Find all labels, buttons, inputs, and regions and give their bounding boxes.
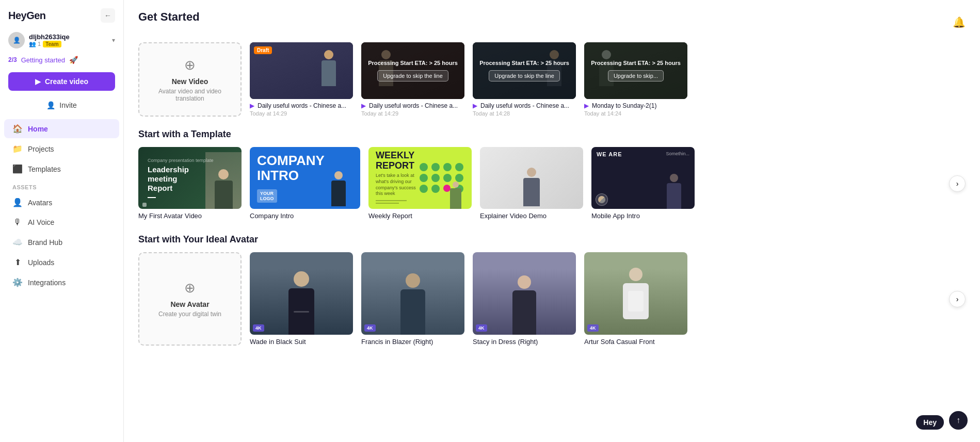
video-meta-1: ▶ Daily useful words - Chinese a... Toda… (250, 102, 353, 117)
recent-videos-section: ⊕ New Video Avatar video and video trans… (138, 42, 966, 117)
sidebar-item-uploads[interactable]: ⬆ Uploads (4, 253, 119, 272)
new-video-sub: Avatar video and video translation (150, 88, 230, 102)
sidebar-item-home-label: Home (28, 125, 48, 133)
upgrade-button-3[interactable]: Upgrade to skip... (608, 70, 664, 81)
template-thumb-leadership: Company presentation template Leadership… (138, 147, 242, 209)
video-card-2[interactable]: Processing Start ETA: > 25 hours Upgrade… (361, 42, 464, 117)
recent-videos-row: ⊕ New Video Avatar video and video trans… (138, 42, 966, 117)
sidebar-item-brand-hub-label: Brand Hub (28, 238, 62, 247)
assets-section-label: Assets (0, 179, 123, 192)
avatars-icon: 👤 (12, 198, 23, 207)
video-thumb-4: Processing Start ETA: > 25 hours Upgrade… (584, 42, 687, 99)
template-name-mobile-app: Mobile App Intro (591, 212, 695, 220)
avatars-section-title: Start with Your Ideal Avatar (138, 234, 966, 245)
avatar-thumb-artur: 4K (584, 252, 687, 335)
collapse-sidebar-button[interactable]: ← (101, 8, 115, 23)
user-section[interactable]: 👤 dljbh2633iqe 👥 1 Team ▾ (0, 28, 123, 53)
invite-label: Invite (59, 101, 76, 109)
video-card-1[interactable]: Draft ▶ Daily useful words - Chinese a..… (250, 42, 353, 117)
brand-hub-icon: ☁️ (12, 237, 23, 247)
video-thumb-3: Processing Start ETA: > 25 hours Upgrade… (473, 42, 576, 99)
sidebar-item-projects-label: Projects (28, 145, 54, 153)
page-title: Get Started (138, 10, 200, 24)
user-meta: 👥 1 Team (29, 41, 108, 47)
sidebar-item-projects[interactable]: 📁 Projects (4, 139, 119, 158)
video-type-icon-3: ▶ (473, 102, 477, 109)
video-card-3[interactable]: Processing Start ETA: > 25 hours Upgrade… (473, 42, 576, 117)
video-title-4: ▶ Monday to Sunday-2(1) (584, 102, 687, 109)
sidebar-item-integrations[interactable]: ⚙️ Integrations (4, 273, 119, 292)
avatar-card-francis[interactable]: 4K Francis in Blazer (Right) (361, 252, 464, 346)
template-card-leadership[interactable]: Company presentation template Leadership… (138, 147, 242, 220)
template-card-company-intro[interactable]: COMPANYINTRO YOURLOGO Company Intro (250, 147, 360, 220)
hey-chat-bubble[interactable]: Hey (916, 415, 944, 430)
video-title-3: ▶ Daily useful words - Chinese a... (473, 102, 576, 109)
video-card-4[interactable]: Processing Start ETA: > 25 hours Upgrade… (584, 42, 687, 117)
video-thumb-1: Draft (250, 42, 353, 99)
member-count: 👥 1 (29, 41, 41, 47)
avatar-thumb-wade: 4K (250, 252, 353, 335)
template-name-leadership: My First Avatar Video (138, 212, 242, 220)
create-video-icon: ▶ (35, 77, 41, 86)
template-card-mobile-app[interactable]: WE ARE Somethin... Mobile App I (591, 147, 695, 220)
avatar-thumb-stacy: 4K (473, 252, 576, 335)
templates-scroll-right-button[interactable]: › (949, 175, 966, 192)
sidebar-item-home[interactable]: 🏠 Home (4, 119, 119, 138)
template-card-explainer[interactable]: Explainer Video Demo (480, 147, 583, 220)
notification-bell-icon[interactable]: 🔔 (953, 16, 966, 28)
sidebar-item-uploads-label: Uploads (28, 258, 54, 267)
create-video-label: Create video (45, 77, 88, 86)
video-title-2: ▶ Daily useful words - Chinese a... (361, 102, 464, 109)
template-name-explainer: Explainer Video Demo (480, 212, 583, 220)
new-avatar-label: New Avatar (170, 300, 209, 308)
badge-4k-francis: 4K (364, 324, 376, 332)
video-thumb-2: Processing Start ETA: > 25 hours Upgrade… (361, 42, 464, 99)
video-meta-2: ▶ Daily useful words - Chinese a... Toda… (361, 102, 464, 117)
home-icon: 🏠 (12, 124, 23, 134)
badge-4k-wade: 4K (253, 324, 264, 332)
avatar-card-wade[interactable]: 4K Wade in Black Suit (250, 252, 353, 346)
getting-started-item[interactable]: 2/3 Getting started 🚀 (0, 53, 123, 67)
new-avatar-card[interactable]: ⊕ New Avatar Create your digital twin (138, 252, 242, 346)
avatar-card-stacy[interactable]: 4K Stacy in Dress (Right) (473, 252, 576, 346)
upgrade-button-1[interactable]: Upgrade to skip the line (377, 70, 448, 81)
video-title-1: ▶ Daily useful words - Chinese a... (250, 102, 353, 109)
invite-button[interactable]: 👤 Invite (8, 97, 115, 113)
sidebar-item-templates[interactable]: ⬛ Templates (4, 159, 119, 178)
user-name: dljbh2633iqe (29, 33, 108, 41)
create-video-button[interactable]: ▶ Create video (8, 72, 115, 91)
video-meta-3: ▶ Daily useful words - Chinese a... Toda… (473, 102, 576, 117)
sidebar-item-avatars[interactable]: 👤 Avatars (4, 193, 119, 212)
avatar-card-artur[interactable]: 4K Artur Sofa Casual Front (584, 252, 687, 346)
video-type-icon-2: ▶ (361, 102, 366, 109)
template-thumb-explainer (480, 147, 583, 209)
integrations-icon: ⚙️ (12, 277, 23, 287)
sidebar-item-ai-voice[interactable]: 🎙 AI Voice (4, 213, 119, 232)
new-video-label: New Video (172, 77, 208, 86)
avatars-scroll-right-button[interactable]: › (949, 291, 966, 307)
avatar: 👤 (8, 32, 25, 48)
processing-text-2: Processing Start ETA: > 25 hours (479, 60, 569, 66)
new-video-card[interactable]: ⊕ New Video Avatar video and video trans… (138, 42, 242, 117)
new-avatar-sub: Create your digital twin (158, 310, 221, 318)
template-name-weekly-report: Weekly Report (368, 212, 472, 220)
processing-overlay-1: Processing Start ETA: > 25 hours Upgrade… (361, 42, 464, 99)
avatars-row: ⊕ New Avatar Create your digital twin 4K… (138, 252, 966, 346)
sidebar-item-brand-hub[interactable]: ☁️ Brand Hub (4, 233, 119, 252)
template-thumb-company-intro: COMPANYINTRO YOURLOGO (250, 147, 360, 209)
avatar-name-francis: Francis in Blazer (Right) (361, 338, 464, 346)
plus-icon: ⊕ (184, 57, 196, 73)
template-name-company-intro: Company Intro (250, 212, 360, 220)
upgrade-button-2[interactable]: Upgrade to skip the line (489, 70, 560, 81)
processing-text-3: Processing Start ETA: > 25 hours (591, 60, 681, 66)
processing-overlay-3: Processing Start ETA: > 25 hours Upgrade… (584, 42, 687, 99)
scroll-to-top-button[interactable]: ↑ (949, 411, 968, 430)
team-badge: Team (43, 41, 61, 47)
template-thumb-mobile-app: WE ARE Somethin... (591, 147, 695, 209)
video-time-2: Today at 14:29 (361, 110, 464, 117)
badge-4k-stacy: 4K (476, 324, 487, 332)
template-card-weekly-report[interactable]: WEEKLYREPORT Let's take a look at what's… (368, 147, 472, 220)
projects-icon: 📁 (12, 144, 23, 154)
video-time-3: Today at 14:28 (473, 110, 576, 117)
templates-section-title: Start with a Template (138, 129, 966, 140)
